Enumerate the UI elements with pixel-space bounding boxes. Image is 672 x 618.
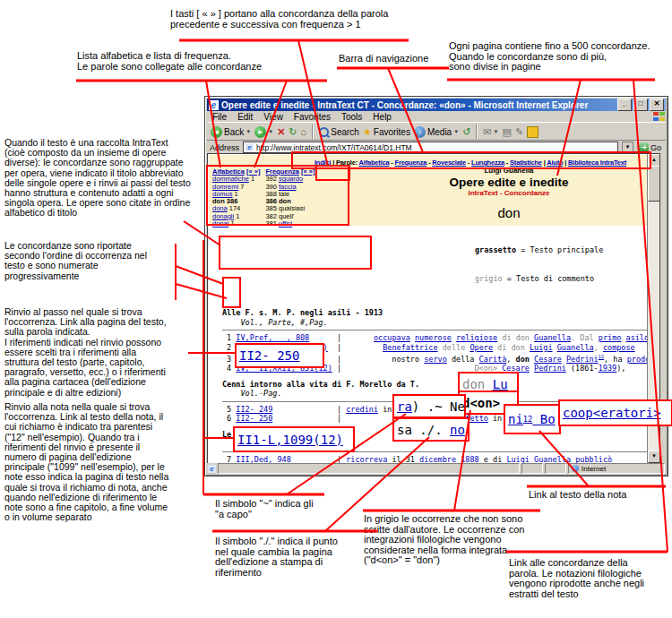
callout-passage-reference: Rinvio al passo nel quale si trova l'occ… [4, 307, 197, 398]
window-title: Opere edite e inedite - IntraText CT - C… [221, 100, 616, 110]
intratext-concordanze-label: IntraText - Concordanze [375, 189, 643, 197]
text-link[interactable]: asilo [626, 333, 650, 342]
title-bar[interactable]: e Opere edite e inedite - IntraText CT -… [207, 99, 666, 111]
forward-button[interactable]: ►▼ [254, 126, 273, 138]
windows-logo-icon [653, 112, 666, 121]
text-link[interactable]: religiose [456, 333, 497, 342]
text-link[interactable]: Carità [479, 355, 507, 364]
text-link[interactable]: Bo [532, 413, 555, 425]
text-link[interactable]: II1-L,1099(12) [237, 433, 343, 446]
mail-button[interactable]: ✉▼ [483, 126, 498, 138]
refresh-icon: ↻ [289, 126, 297, 138]
magnifier-word-link: coop<eratori> [558, 399, 672, 426]
text-link[interactable]: numerose [415, 333, 452, 342]
text-link[interactable]: 1939 [599, 364, 616, 373]
work-title: Opere edite e inedite [375, 176, 643, 189]
text-link[interactable]: ra [397, 400, 412, 413]
internet-globe-icon [572, 465, 579, 472]
scroll-down-button[interactable]: ▼ [648, 451, 660, 463]
page-icon: e [246, 143, 254, 151]
passage-reference-link[interactable]: II2- 250 [236, 414, 272, 423]
refresh-button[interactable]: ↻ [289, 126, 297, 138]
status-panel [521, 463, 543, 474]
text-link[interactable]: 12 [523, 416, 532, 424]
close-button[interactable]: ✕ [650, 99, 664, 111]
back-button[interactable]: ◄ Back▼ [211, 126, 251, 138]
favorites-button[interactable]: ★ Favorites [363, 126, 410, 138]
text-link[interactable]: Lu [493, 378, 508, 391]
magnifier-tilde-symbol: ra) .~ Ne [392, 394, 466, 418]
highlight-row-numbers [222, 277, 241, 308]
highlight-frequenza-arrows [315, 165, 350, 181]
status-bar: e Internet [207, 463, 666, 474]
messenger-icon [527, 126, 538, 138]
text-link[interactable]: Luigi [530, 343, 553, 352]
text-link[interactable]: servo [424, 355, 447, 364]
status-page-icon: e [208, 465, 216, 473]
text-link[interactable]: ni [508, 413, 523, 425]
document-header: Luigi Guanella Opere edite e inedite Int… [375, 167, 643, 220]
print-icon: ▤ [503, 126, 512, 138]
scroll-thumb[interactable] [648, 166, 660, 202]
text-link[interactable]: primo [599, 333, 622, 342]
callout-collection: Quando il testo è una raccolta IntraText… [4, 138, 191, 219]
messenger-button[interactable] [527, 126, 538, 138]
menu-favorites[interactable]: Favorites [289, 112, 336, 122]
forward-icon: ► [254, 126, 266, 138]
media-button[interactable]: ♪ Media▼ [414, 126, 459, 138]
address-url: http://www.intratext.com/IXT/ITA0614/D1.… [256, 143, 412, 152]
menu-edit[interactable]: Edit [232, 112, 258, 122]
text-link[interactable]: Cesare [534, 355, 562, 364]
text-link[interactable]: Opere [470, 343, 493, 352]
concordance-row: 1 IV,Pref, , 808 | occupava numerose rel… [222, 333, 650, 343]
mail-icon: ✉ [483, 126, 491, 138]
magnifier-note-reference: II1-L,1099(12) [233, 426, 355, 452]
edit-button[interactable]: ✎ [515, 126, 523, 138]
text-link[interactable]: Guanella [534, 333, 571, 342]
maximize-button[interactable]: □ [633, 99, 648, 111]
home-button[interactable]: ⌂ [301, 126, 307, 138]
text-link[interactable]: Pedrini [534, 364, 566, 373]
favorites-star-icon: ★ [363, 126, 372, 138]
passage-reference-link[interactable]: IV,Pref, , 808 [236, 333, 309, 342]
passage-reference-link[interactable]: II2- 249 [236, 405, 272, 414]
text-link[interactable]: Pedrini [566, 355, 599, 364]
text-link[interactable]: credini [346, 405, 378, 414]
annotated-screenshot: e Opere edite e inedite - IntraText CT -… [0, 0, 672, 618]
text-link[interactable]: compose [603, 343, 635, 352]
magnifier-pagebreak-symbol: sa ./. no [392, 417, 470, 442]
ie-window-icon: e [209, 100, 219, 110]
edit-icon: ✎ [515, 126, 523, 138]
status-message-panel [218, 463, 520, 474]
toolbar: ◄ Back▼ ►▼ ✕ ↻ ⌂ Search ★ Favorites [207, 122, 666, 141]
text-link[interactable]: no [450, 424, 465, 436]
callout-note-link: Link al testo della nota [529, 490, 668, 501]
text-link[interactable]: Benefattrice [383, 343, 437, 352]
toolbar-separator [476, 124, 478, 139]
search-button[interactable]: Search [319, 127, 359, 137]
menu-view[interactable]: View [258, 112, 289, 122]
menu-file[interactable]: File [207, 112, 232, 122]
callout-pagination: Ogni pagina contiene fino a 500 concorda… [449, 41, 668, 73]
callout-tilde-symbol: Il simbolo "~" indica gli "a capo" [215, 499, 358, 519]
home-icon: ⌂ [301, 126, 307, 138]
search-icon [319, 127, 329, 137]
history-button[interactable]: ↺ [462, 126, 470, 138]
menu-help[interactable]: Help [367, 112, 397, 122]
history-icon: ↺ [462, 126, 470, 138]
text-link[interactable]: coop<eratori> [563, 407, 661, 419]
address-label: Address [210, 143, 239, 152]
text-link[interactable]: occupava [374, 333, 410, 342]
menu-bar: File Edit View Favorites Tools Help [207, 111, 666, 122]
magnifier-note-link: ni12 Bo [504, 404, 561, 434]
text-link[interactable]: II2- 250 [239, 349, 299, 362]
minimize-button[interactable]: _ [617, 99, 632, 111]
magnifier-page-reference: II2- 250 [235, 343, 324, 368]
stop-button[interactable]: ✕ [277, 126, 285, 138]
callout-word-lists: Lista alfabetica e lista di frequenza. L… [77, 51, 337, 72]
print-button[interactable]: ▤ [503, 126, 512, 138]
callout-prev-next-keys: I tasti [ « » ] portano alla concordanza… [170, 9, 421, 30]
legend-line-2: grigio = Testo di commento [475, 274, 650, 284]
menu-tools[interactable]: Tools [336, 112, 367, 122]
text-link[interactable]: Guanella [557, 343, 594, 352]
